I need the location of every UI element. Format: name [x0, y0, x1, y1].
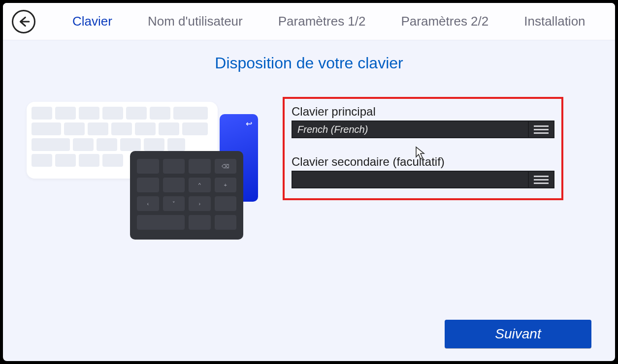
secondary-keyboard-select[interactable]	[292, 171, 554, 188]
installer-window: Clavier Nom d'utilisateur Paramètres 1/2…	[0, 0, 618, 364]
columns: ↩ ⌫ ^+ ‹˅› Clavier principal French (Fre…	[27, 97, 591, 244]
step-username[interactable]: Nom d'utilisateur	[148, 14, 243, 29]
hamburger-icon	[528, 172, 549, 187]
topbar: Clavier Nom d'utilisateur Paramètres 1/2…	[3, 3, 615, 40]
highlight-box: Clavier principal French (French) Clavie…	[283, 97, 563, 200]
step-params-2[interactable]: Paramètres 2/2	[401, 14, 489, 29]
secondary-keyboard-label: Clavier secondaire (facultatif)	[292, 155, 554, 169]
back-button[interactable]	[12, 10, 35, 33]
hamburger-icon	[528, 121, 549, 137]
form-area: Clavier principal French (French) Clavie…	[283, 97, 591, 200]
page-title: Disposition de votre clavier	[27, 54, 591, 72]
step-clavier[interactable]: Clavier	[72, 14, 112, 29]
enter-icon: ↩	[246, 119, 252, 128]
arrow-left-icon	[17, 15, 30, 28]
primary-keyboard-select[interactable]: French (French)	[292, 121, 554, 138]
primary-keyboard-value: French (French)	[297, 124, 368, 135]
numpad-icon: ⌫ ^+ ‹˅›	[130, 151, 243, 240]
next-button[interactable]: Suivant	[445, 320, 591, 348]
step-params-1[interactable]: Paramètres 1/2	[278, 14, 366, 29]
step-installation[interactable]: Installation	[524, 14, 585, 29]
breadcrumb: Clavier Nom d'utilisateur Paramètres 1/2…	[72, 14, 585, 29]
content: Disposition de votre clavier	[3, 40, 615, 361]
primary-keyboard-label: Clavier principal	[292, 105, 554, 119]
keyboard-illustration: ↩ ⌫ ^+ ‹˅›	[27, 97, 258, 244]
